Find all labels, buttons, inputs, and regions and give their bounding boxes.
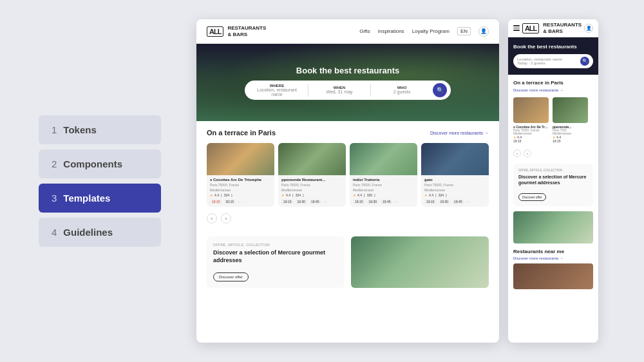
more-times-button[interactable]: ··· — [323, 200, 327, 204]
search-bar: WHERE Location, restaurant name WHEN Wed… — [245, 81, 451, 100]
sidebar-item-templates[interactable]: 3 Templates — [39, 184, 161, 213]
mobile-nearby-link[interactable]: Discover more restaurants → — [513, 256, 593, 260]
mobile-nearby-title: Restaurants near me — [513, 249, 593, 254]
nav-gifts[interactable]: Gifts — [359, 28, 370, 34]
hero-title: Book the best restaurants — [245, 66, 451, 75]
mobile-content: On a terrace in Paris Discover more rest… — [508, 75, 598, 294]
card-name: indici Trattoria — [353, 178, 414, 182]
time-badge[interactable]: 20:15 — [224, 199, 236, 204]
card-times: 19:15 19:30 19:45 ··· — [281, 199, 343, 204]
nav-lang[interactable]: EN — [457, 27, 471, 35]
search-button[interactable]: 🔍 — [433, 83, 447, 97]
star-icon: ★ — [353, 193, 355, 197]
mobile-prev-page-button[interactable]: ‹ — [513, 149, 521, 157]
star-icon: ★ — [210, 193, 213, 197]
card-type: Mediterranean — [353, 188, 414, 192]
card-times: 19:15 19:30 19:45 ··· — [424, 199, 486, 204]
list-item: ppemonde... Paris 7500 Mediterranean ★ 4… — [553, 97, 588, 143]
site-logo: ALL RESTAURANTS & BARS — [207, 25, 266, 37]
hero-content: Book the best restaurants WHERE Location… — [245, 66, 451, 100]
card-rating: ★ 4.4 (324) — [424, 193, 486, 197]
mobile-logo-mark: ALL — [522, 23, 539, 33]
site-header: ALL RESTAURANTS & BARS Gifts Inspiration… — [196, 19, 499, 44]
list-item: s Cocottes Arc De Triomph Paris 75000, F… — [513, 97, 549, 143]
sidebar: 1 Tokens 2 Components 3 Templates 4 Guid… — [39, 115, 161, 247]
more-times-button[interactable]: ··· — [238, 200, 241, 204]
card-rating: ★ 4.4 (326) — [353, 193, 414, 197]
card-body: s Cocottes Arc De Triomphe Paris 75000, … — [207, 175, 274, 207]
mobile-user-icon[interactable]: 👤 — [584, 24, 593, 33]
search-when-value[interactable]: Wed, 31 may — [314, 90, 365, 94]
next-page-button[interactable]: › — [221, 213, 231, 224]
site-nav: Gifts Inspirations Loyalty Program EN 👤 — [359, 26, 489, 37]
nav-inspirations[interactable]: Inspirations — [378, 28, 404, 34]
logo-text: RESTAURANTS & BARS — [227, 25, 266, 37]
time-badge[interactable]: 19:15 — [424, 199, 437, 204]
prev-page-button[interactable]: ‹ — [207, 213, 217, 224]
nav-loyalty[interactable]: Loyalty Program — [412, 28, 450, 34]
time-badge[interactable]: 19:45 — [381, 199, 393, 204]
card-location: Paris 75000, France — [210, 183, 271, 187]
mobile-card-image — [553, 97, 588, 123]
promo-title: Discover a selection of Mercure gourmet … — [213, 249, 338, 264]
section-header: On a terrace in Paris Discover more rest… — [207, 129, 489, 137]
mobile-search-bar: Location, restaurant name Today · 2 gues… — [513, 54, 593, 68]
mobile-restaurant-cards: s Cocottes Arc De Triomph Paris 75000, F… — [513, 97, 593, 143]
promo-card: OFFRE, ARTICLE, COLLECTION Discover a se… — [207, 236, 345, 288]
search-when-field: WHEN Wed, 31 may — [314, 86, 365, 94]
nav-user-icon[interactable]: 👤 — [478, 26, 489, 37]
mobile-nearby-image — [513, 263, 593, 289]
search-where-value[interactable]: Location, restaurant name — [251, 88, 303, 97]
table-row: indici Trattoria Paris 75000, France Med… — [350, 143, 417, 207]
promo-section: OFFRE, ARTICLE, COLLECTION Discover a se… — [196, 231, 499, 293]
mobile-pagination: ‹ › — [513, 149, 593, 157]
star-icon: ★ — [424, 193, 427, 197]
time-badge[interactable]: 19:45 — [309, 199, 321, 204]
mobile-search-button[interactable]: 🔍 — [580, 57, 589, 66]
card-type: Mediterranean — [281, 188, 343, 192]
card-image — [350, 143, 417, 175]
mobile-discover-link[interactable]: Discover more restaurants → — [513, 88, 593, 92]
time-badge[interactable]: 19:30 — [439, 199, 451, 204]
sidebar-item-label: Components — [63, 158, 122, 169]
sidebar-item-num: 2 — [52, 158, 57, 169]
card-name: gato — [424, 178, 486, 182]
menu-line — [513, 28, 520, 29]
time-badge[interactable]: 19:45 — [452, 199, 464, 204]
promo-image — [351, 236, 489, 288]
card-location: Paris 75000, France — [424, 183, 486, 187]
more-times-button[interactable]: ··· — [395, 200, 398, 204]
sidebar-item-num: 1 — [52, 124, 57, 135]
desktop-preview: ALL RESTAURANTS & BARS Gifts Inspiration… — [196, 19, 499, 343]
time-badge[interactable]: 19:15 — [210, 199, 222, 204]
mobile-search-datetime[interactable]: Today · 2 guests — [517, 61, 578, 65]
mobile-card-time: 19:15 — [513, 139, 549, 143]
terrace-section: On a terrace in Paris Discover more rest… — [196, 121, 499, 231]
time-badge[interactable]: 19:15 — [353, 199, 365, 204]
sidebar-item-components[interactable]: 2 Components — [39, 149, 161, 178]
time-badge[interactable]: 19:30 — [296, 199, 308, 204]
mobile-promo-card: OFFRE, ARTICLE, COLLECTION Discover a se… — [513, 164, 593, 205]
mobile-header: ALL RESTAURANTS & BARS 👤 — [508, 19, 598, 37]
more-times-button[interactable]: ··· — [466, 200, 469, 204]
mobile-card-image — [513, 97, 549, 123]
card-type: Mediterranean — [210, 188, 271, 192]
sidebar-item-guidelines[interactable]: 4 Guidelines — [39, 218, 161, 247]
mobile-next-page-button[interactable]: › — [524, 149, 531, 157]
discover-offer-button[interactable]: Discover offer — [213, 272, 249, 281]
mobile-preview: ALL RESTAURANTS & BARS 👤 Book the best r… — [508, 19, 598, 343]
search-who-value[interactable]: 2 guests — [376, 90, 428, 94]
menu-line — [513, 30, 520, 31]
mobile-promo-image — [513, 211, 593, 243]
time-badge[interactable]: 19:15 — [281, 199, 294, 204]
menu-icon[interactable] — [513, 25, 520, 31]
table-row: s Cocottes Arc De Triomphe Paris 75000, … — [207, 143, 274, 207]
time-badge[interactable]: 19:30 — [367, 199, 379, 204]
search-who-field: WHO 2 guests — [376, 86, 428, 94]
menu-line — [513, 25, 520, 26]
mobile-discover-offer-button[interactable]: Discover offer — [518, 193, 546, 201]
mobile-promo-tag: OFFRE, ARTICLE, COLLECTION — [518, 169, 588, 172]
sidebar-item-tokens[interactable]: 1 Tokens — [39, 115, 161, 144]
discover-more-link[interactable]: Discover more restaurants → — [430, 131, 489, 135]
card-times: 19:15 19:30 19:45 ··· — [353, 199, 414, 204]
